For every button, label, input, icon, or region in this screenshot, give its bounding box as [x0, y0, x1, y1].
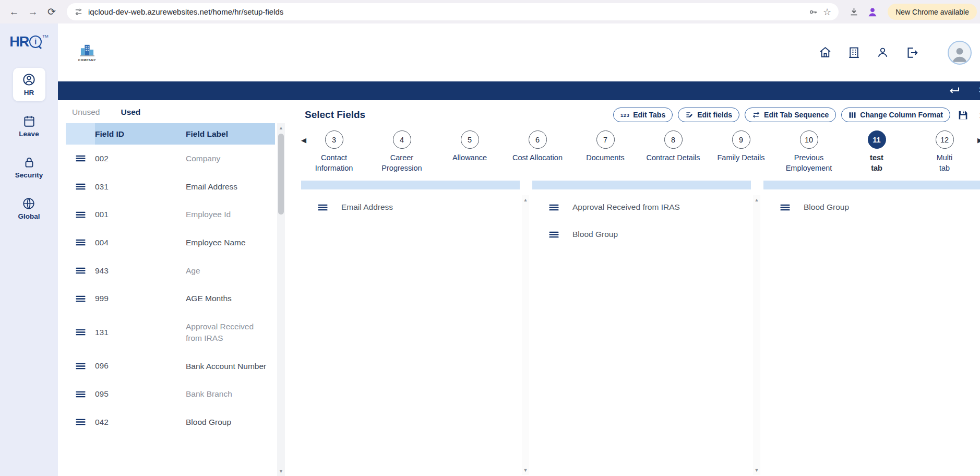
scroll-down-icon[interactable]: ▼	[523, 466, 528, 475]
drag-handle-icon[interactable]	[66, 391, 95, 398]
field-tab-10[interactable]: 10 Previous Employement	[775, 130, 843, 173]
company-building-icon[interactable]	[847, 46, 861, 59]
bookmark-star-icon[interactable]: ☆	[823, 6, 831, 18]
drag-handle-icon[interactable]	[66, 211, 95, 218]
tab-number[interactable]: 7	[596, 130, 615, 149]
scroll-down-icon[interactable]: ▼	[279, 467, 283, 476]
table-row[interactable]: 943 Age	[66, 257, 275, 285]
tab-number[interactable]: 6	[529, 130, 547, 149]
table-row[interactable]: 042 Blood Group	[66, 408, 275, 436]
sidebar-item-label: HR	[24, 89, 34, 97]
sidebar-item-hr[interactable]: HR	[13, 68, 45, 101]
browser-back-button[interactable]: ←	[5, 3, 23, 21]
list-item[interactable]: Approval Received from IRAS	[532, 194, 751, 221]
column-scrollbar[interactable]: ▲ ▼	[753, 195, 760, 475]
browser-profile-icon[interactable]	[864, 3, 881, 21]
tab-number[interactable]: 10	[800, 130, 818, 149]
return-arrow-icon[interactable]	[948, 85, 960, 97]
table-row[interactable]: 004 Employee Name	[66, 229, 275, 257]
drag-handle-icon[interactable]	[66, 183, 95, 190]
list-item[interactable]: Blood Group	[532, 221, 751, 248]
globe-icon	[22, 197, 35, 210]
table-row[interactable]: 999 AGE Months	[66, 284, 275, 313]
tabs-scroll-left-icon[interactable]: ◀	[301, 130, 313, 173]
field-id: 999	[95, 294, 186, 303]
drag-handle-icon[interactable]	[66, 295, 95, 302]
drag-handle-icon[interactable]	[549, 204, 559, 211]
change-column-format-button[interactable]: Change Column Format	[841, 108, 950, 122]
tabs-viewport: 3 Contact Information 4 Career Progressi…	[313, 130, 980, 173]
sidebar-item-global[interactable]: Global	[11, 192, 46, 225]
tab-number[interactable]: 11	[868, 130, 886, 149]
user-avatar[interactable]	[948, 41, 972, 65]
tab-number[interactable]: 12	[936, 130, 954, 149]
site-info-icon[interactable]	[74, 7, 83, 16]
drag-handle-icon[interactable]	[66, 267, 95, 274]
drag-handle-icon[interactable]	[66, 239, 95, 246]
fields-table-wrap: Field ID Field Label 002 Company	[58, 123, 295, 476]
select-fields-panel: Select Fields 123 Edit Tabs	[295, 100, 980, 476]
table-row[interactable]: 001 Employee Id	[66, 200, 275, 229]
table-row[interactable]: 031 Email Address	[66, 173, 275, 201]
tab-number[interactable]: 3	[325, 130, 343, 149]
field-tab-3[interactable]: 3 Contact Information	[313, 130, 368, 173]
scrollbar-thumb[interactable]	[278, 134, 284, 215]
scroll-down-icon[interactable]: ▼	[755, 466, 759, 475]
table-row[interactable]: 095 Bank Branch	[66, 380, 275, 408]
list-item[interactable]: Email Address	[301, 194, 520, 221]
drag-handle-icon[interactable]	[318, 204, 328, 211]
field-tab-5[interactable]: 5 Allowance	[436, 130, 504, 173]
page-action-bar: ✕	[58, 81, 980, 100]
field-tab-9[interactable]: 9 Family Details	[707, 130, 775, 173]
field-tab-8[interactable]: 8 Contract Details	[639, 130, 707, 173]
url-text[interactable]: iqcloud-dev-web.azurewebsites.net/home/h…	[88, 7, 803, 16]
drag-handle-icon[interactable]	[66, 419, 95, 425]
scroll-up-icon[interactable]: ▲	[523, 195, 528, 205]
fields-table-scrollbar[interactable]: ▲ ▼	[277, 123, 285, 476]
drag-handle-icon[interactable]	[66, 329, 95, 336]
clipped-close-icon[interactable]: ✕	[978, 85, 980, 95]
tab-used[interactable]: Used	[121, 108, 140, 117]
sidebar-item-security[interactable]: Security	[9, 151, 49, 184]
company-logo-label: COMPANY	[78, 58, 96, 62]
field-tab-12[interactable]: 12 Multi tab	[911, 130, 978, 173]
field-tab-4[interactable]: 4 Career Progression	[368, 130, 436, 173]
handle-column-header	[66, 123, 95, 145]
field-tab-7[interactable]: 7 Documents	[571, 130, 639, 173]
content-area: COMPANY	[58, 23, 980, 476]
drag-handle-icon[interactable]	[549, 231, 559, 238]
table-row[interactable]: 096 Bank Account Number	[66, 352, 275, 380]
edit-tabs-button[interactable]: 123 Edit Tabs	[613, 108, 673, 122]
field-tab-6[interactable]: 6 Cost Allocation	[504, 130, 571, 173]
save-icon[interactable]	[958, 110, 969, 121]
drag-handle-icon[interactable]	[66, 363, 95, 370]
logout-icon[interactable]	[905, 46, 918, 59]
tab-unused[interactable]: Unused	[72, 108, 100, 117]
scroll-up-icon[interactable]: ▲	[755, 195, 759, 205]
tab-number[interactable]: 8	[664, 130, 683, 149]
field-tab-11[interactable]: 11 test tab	[843, 130, 911, 173]
sidebar-item-leave[interactable]: Leave	[13, 110, 45, 142]
edit-tab-sequence-button[interactable]: Edit Tab Sequence	[745, 108, 836, 122]
browser-forward-button[interactable]: →	[24, 3, 42, 21]
tab-number[interactable]: 9	[732, 130, 750, 149]
address-bar[interactable]: iqcloud-dev-web.azurewebsites.net/home/h…	[67, 3, 839, 20]
downloads-icon[interactable]	[845, 3, 863, 21]
user-icon[interactable]	[876, 46, 889, 59]
password-key-icon[interactable]	[808, 7, 818, 17]
tab-number[interactable]: 5	[461, 130, 479, 149]
column-scrollbar[interactable]: ▲ ▼	[522, 195, 529, 475]
browser-reload-button[interactable]: ⟳	[43, 3, 61, 21]
company-logo: COMPANY	[78, 44, 97, 62]
table-row[interactable]: 002 Company	[66, 145, 275, 173]
scroll-up-icon[interactable]: ▲	[279, 123, 283, 133]
table-row[interactable]: 131 Approval Received from IRAS	[66, 313, 275, 352]
tab-number[interactable]: 4	[393, 130, 411, 149]
drag-handle-icon[interactable]	[780, 204, 790, 211]
drag-handle-icon[interactable]	[66, 155, 95, 162]
tabs-scroll-right-icon[interactable]: ▶	[977, 136, 980, 144]
list-item[interactable]: Blood Group	[763, 194, 980, 221]
edit-fields-button[interactable]: Edit fields	[678, 108, 739, 122]
chrome-update-chip[interactable]: New Chrome available	[888, 4, 977, 20]
home-icon[interactable]	[819, 46, 832, 59]
